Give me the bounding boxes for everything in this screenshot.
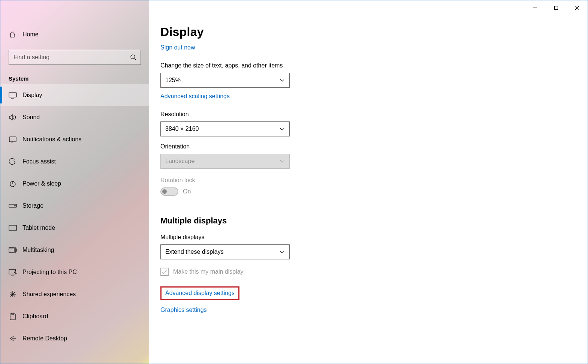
rotation-lock-state: On	[183, 188, 191, 195]
advanced-display-settings-link[interactable]: Advanced display settings	[160, 286, 239, 300]
svg-rect-7	[9, 225, 16, 231]
display-icon	[9, 91, 17, 99]
sidebar: Home System Display Sound Notifications …	[0, 0, 149, 364]
focus-assist-icon	[9, 157, 17, 166]
sidebar-item-label: Display	[22, 92, 42, 99]
sidebar-section-title: System	[9, 75, 149, 82]
sound-icon	[9, 113, 17, 121]
sidebar-item-shared[interactable]: Shared experiences	[0, 283, 149, 305]
resolution-value: 3840 × 2160	[165, 126, 199, 132]
power-icon	[9, 180, 17, 188]
svg-point-1	[131, 55, 135, 59]
nav-list: Display Sound Notifications & actions Fo…	[0, 84, 149, 349]
orientation-dropdown: Landscape	[160, 154, 290, 169]
chevron-down-icon	[280, 249, 285, 255]
maximize-button[interactable]	[546, 0, 567, 15]
svg-rect-0	[555, 6, 558, 10]
orientation-label: Orientation	[160, 143, 588, 150]
svg-rect-3	[9, 137, 16, 142]
clipboard-icon	[9, 312, 17, 321]
svg-rect-9	[9, 270, 16, 274]
search-icon	[130, 54, 137, 61]
sidebar-item-label: Power & sleep	[22, 180, 61, 187]
sidebar-item-multitasking[interactable]: Multitasking	[0, 239, 149, 261]
sidebar-item-label: Shared experiences	[22, 291, 76, 298]
multitasking-icon	[9, 246, 17, 254]
multiple-displays-label: Multiple displays	[160, 234, 588, 241]
search-box[interactable]	[9, 50, 141, 65]
sidebar-item-label: Tablet mode	[22, 225, 55, 231]
sidebar-item-label: Storage	[22, 202, 43, 209]
sidebar-item-power[interactable]: Power & sleep	[0, 172, 149, 195]
sidebar-item-label: Sound	[22, 114, 40, 121]
sidebar-item-remote[interactable]: Remote Desktop	[0, 327, 149, 349]
remote-icon	[9, 334, 17, 343]
sidebar-item-label: Multitasking	[22, 247, 54, 253]
home-nav[interactable]: Home	[0, 24, 149, 45]
chevron-down-icon	[280, 126, 285, 132]
search-input[interactable]	[13, 54, 130, 61]
sidebar-item-display[interactable]: Display	[0, 84, 149, 106]
notifications-icon	[9, 135, 17, 144]
sidebar-item-notifications[interactable]: Notifications & actions	[0, 128, 149, 150]
scale-dropdown[interactable]: 125%	[160, 73, 290, 88]
main-display-check-label: Make this my main display	[173, 268, 244, 275]
sidebar-item-projecting[interactable]: Projecting to this PC	[0, 261, 149, 283]
graphics-settings-link[interactable]: Graphics settings	[160, 307, 207, 313]
svg-rect-8	[9, 247, 14, 253]
sidebar-item-label: Clipboard	[22, 313, 48, 320]
sidebar-item-label: Focus assist	[22, 158, 56, 165]
minimize-icon	[533, 6, 537, 10]
main-content: Display Sign out now Change the size of …	[149, 15, 588, 364]
sidebar-item-label: Remote Desktop	[22, 335, 67, 342]
multiple-displays-dropdown[interactable]: Extend these displays	[160, 244, 290, 259]
page-title: Display	[160, 25, 588, 39]
scale-label: Change the size of text, apps, and other…	[160, 62, 588, 69]
check-icon	[162, 269, 168, 275]
minimize-button[interactable]	[525, 0, 546, 15]
rotation-lock-toggle	[160, 187, 178, 196]
storage-icon	[9, 202, 17, 210]
main-display-checkbox	[160, 268, 169, 276]
sidebar-item-clipboard[interactable]: Clipboard	[0, 305, 149, 327]
rotation-lock-label: Rotation lock	[160, 177, 588, 184]
sidebar-item-focus-assist[interactable]: Focus assist	[0, 150, 149, 172]
sidebar-item-sound[interactable]: Sound	[0, 106, 149, 128]
main-display-checkbox-row: Make this my main display	[160, 268, 588, 276]
maximize-icon	[554, 6, 558, 10]
advanced-scaling-link[interactable]: Advanced scaling settings	[160, 93, 230, 100]
sign-out-link[interactable]: Sign out now	[160, 44, 195, 51]
chevron-down-icon	[280, 159, 285, 164]
home-label: Home	[22, 31, 39, 38]
multiple-displays-value: Extend these displays	[165, 249, 224, 255]
multiple-displays-heading: Multiple displays	[160, 216, 588, 226]
chevron-down-icon	[280, 78, 285, 83]
sidebar-item-label: Notifications & actions	[22, 136, 81, 143]
sidebar-item-tablet[interactable]: Tablet mode	[0, 217, 149, 239]
sidebar-item-storage[interactable]: Storage	[0, 195, 149, 217]
resolution-label: Resolution	[160, 111, 588, 118]
window-controls	[525, 0, 588, 15]
close-button[interactable]	[567, 0, 588, 15]
svg-rect-2	[9, 93, 16, 97]
tablet-icon	[9, 224, 17, 232]
sidebar-item-label: Projecting to this PC	[22, 269, 77, 276]
scale-value: 125%	[165, 77, 181, 84]
resolution-dropdown[interactable]: 3840 × 2160	[160, 121, 290, 136]
shared-icon	[9, 290, 17, 298]
svg-point-6	[15, 205, 15, 206]
projecting-icon	[9, 268, 17, 276]
close-icon	[575, 6, 579, 10]
orientation-value: Landscape	[165, 158, 195, 165]
home-icon	[9, 31, 17, 38]
